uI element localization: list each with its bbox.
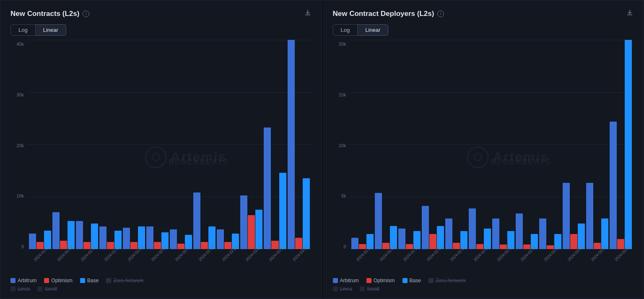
bar-optimism [177, 244, 184, 249]
x-label-wrap: 2024-01-22 [99, 252, 122, 256]
legend-label-linea: Linea [340, 286, 352, 292]
linear-toggle-button[interactable]: Linear [36, 24, 66, 36]
bar-arbitrum [52, 212, 60, 249]
x-axis: 2024-01-012024-01-082024-01-152024-01-22… [350, 249, 634, 274]
toggle-row: LogLinear [10, 24, 312, 36]
y-axis-label: 5k [341, 193, 346, 198]
x-label-wrap: 2024-02-05 [146, 252, 169, 256]
legend-item-linea[interactable]: Linea [333, 286, 352, 292]
bar-arbitrum [170, 229, 177, 249]
bar-group [351, 40, 374, 249]
bar-arbitrum [99, 226, 106, 249]
legend-item-arbitrum[interactable]: Arbitrum [10, 278, 36, 283]
legend-label-arbitrum: Arbitrum [340, 278, 359, 283]
bars-container [350, 40, 634, 249]
y-axis-label: 30k [16, 92, 24, 97]
x-label-wrap: 2024-02-26 [217, 252, 239, 256]
bar-optimism [154, 242, 161, 249]
download-icon[interactable] [626, 9, 634, 18]
legend-dot-scroll [37, 286, 42, 291]
info-icon[interactable]: i [437, 10, 444, 17]
legend-item-scroll[interactable]: Scroll [37, 286, 57, 292]
bar-optimism [295, 238, 302, 249]
y-axis: 20k15k10k5k0 [333, 40, 350, 274]
x-label-wrap: 2024-01-15 [76, 252, 98, 256]
panel-title: New Contract Deployers (L2s) [333, 10, 434, 18]
chart-area: 40k30k20k10k0⬡ArtemisBLOCKBEATS2024-01-0… [10, 40, 312, 274]
legend-item-zora[interactable]: Zora Network [106, 278, 143, 283]
bar-base [625, 40, 632, 249]
x-label-wrap: 2024-03-04 [240, 252, 262, 256]
legend-item-optimism[interactable]: Optimism [366, 278, 395, 283]
legend-item-linea[interactable]: Linea [10, 286, 30, 292]
bar-group [610, 40, 632, 249]
x-label-wrap: 2024-02-12 [170, 252, 192, 256]
legend-item-arbitrum[interactable]: Arbitrum [333, 278, 359, 283]
bar-arbitrum [288, 40, 295, 249]
legend-dot-zora [428, 278, 434, 283]
legend-item-base[interactable]: Base [80, 278, 99, 283]
log-toggle-button[interactable]: Log [333, 24, 358, 36]
legend-label-scroll: Scroll [367, 286, 379, 292]
panel-header: New Contract Deployers (L2s)i [333, 9, 634, 18]
legend-label-arbitrum: Arbitrum [18, 278, 36, 283]
bar-optimism [359, 244, 366, 249]
bar-group [217, 40, 239, 249]
bar-group [29, 40, 51, 249]
panel-new-contracts: New Contracts (L2s)iLogLinear40k30k20k10… [0, 0, 322, 299]
legend: ArbitrumOptimismBaseZora NetworkLineaScr… [333, 278, 634, 292]
linear-toggle-button[interactable]: Linear [358, 24, 388, 36]
bar-group [445, 40, 467, 249]
bar-arbitrum [516, 213, 523, 249]
legend-label-base: Base [410, 278, 421, 283]
x-label-wrap: 2024-03-18 [610, 252, 632, 256]
x-label-wrap: 2024-01-22 [422, 252, 444, 256]
panel-new-deployers: New Contract Deployers (L2s)iLogLinear20… [322, 0, 644, 299]
x-axis: 2024-01-012024-01-082024-01-152024-01-22… [27, 249, 312, 274]
bar-group [76, 40, 98, 249]
bar-optimism [36, 242, 44, 249]
bar-arbitrum [492, 218, 499, 249]
x-label-wrap: 2024-01-08 [52, 252, 75, 256]
x-label-wrap: 2024-01-29 [123, 252, 145, 256]
panel-title-row: New Contract Deployers (L2s)i [333, 10, 444, 18]
legend-dot-zora [106, 278, 111, 283]
bar-group [170, 40, 192, 249]
bar-optimism [60, 241, 67, 249]
bar-optimism [406, 244, 413, 249]
bar-base [303, 178, 310, 249]
panel-title: New Contracts (L2s) [10, 10, 79, 18]
bar-arbitrum [539, 218, 546, 249]
legend-item-scroll[interactable]: Scroll [360, 286, 379, 292]
bar-base [255, 210, 262, 249]
legend-row-2: LineaScroll [333, 286, 634, 292]
log-toggle-button[interactable]: Log [10, 24, 36, 36]
legend: ArbitrumOptimismBaseZora NetworkLineaScr… [10, 278, 312, 292]
x-label-wrap: 2024-01-01 [29, 252, 51, 256]
bar-group [123, 40, 145, 249]
legend-item-optimism[interactable]: Optimism [44, 278, 73, 283]
bar-arbitrum [29, 234, 36, 249]
bar-group [193, 40, 216, 249]
bar-arbitrum [586, 183, 593, 249]
y-axis: 40k30k20k10k0 [10, 40, 27, 274]
bar-arbitrum [398, 229, 405, 249]
panel-header: New Contracts (L2s)i [10, 9, 312, 18]
legend-row-1: ArbitrumOptimismBaseZora Network [10, 278, 312, 283]
x-label-wrap: 2024-03-04 [563, 252, 585, 256]
bar-arbitrum [469, 208, 476, 249]
toggle-row: LogLinear [333, 24, 634, 36]
legend-item-zora[interactable]: Zora Network [428, 278, 466, 283]
download-icon[interactable] [304, 9, 312, 18]
legend-item-base[interactable]: Base [402, 278, 421, 283]
legend-dot-base [80, 278, 85, 283]
bar-optimism [130, 242, 138, 249]
bar-arbitrum [422, 206, 429, 249]
chart-area: 20k15k10k5k0⬡ArtemisBLOCKBEATS2024-01-01… [333, 40, 634, 274]
y-axis-label: 20k [339, 42, 346, 47]
info-icon[interactable]: i [83, 10, 89, 17]
legend-label-optimism: Optimism [51, 278, 73, 283]
x-label-wrap: 2024-03-18 [288, 252, 310, 256]
legend-dot-arbitrum [333, 278, 338, 283]
x-label-wrap: 2024-02-26 [539, 252, 561, 256]
